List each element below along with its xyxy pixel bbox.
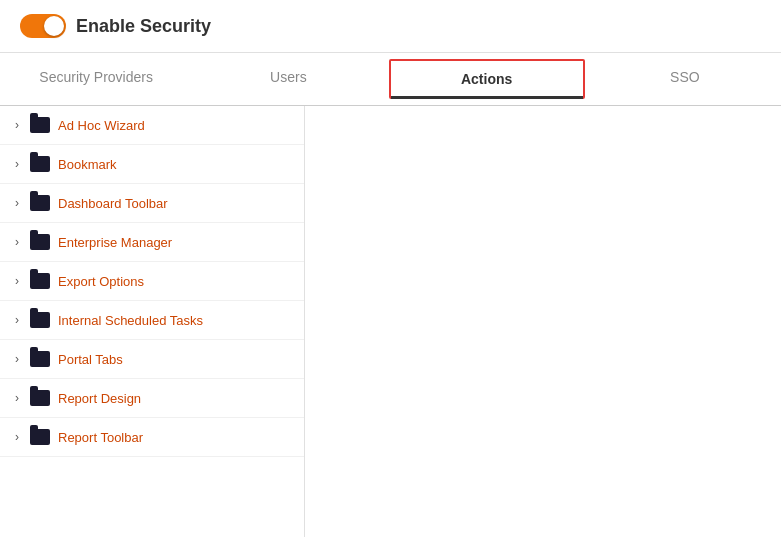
folder-icon <box>30 351 50 367</box>
folder-icon <box>30 312 50 328</box>
item-label: Report Design <box>58 391 141 406</box>
tabs-bar: Security Providers Users Actions SSO <box>0 53 781 106</box>
enable-security-label: Enable Security <box>76 16 211 37</box>
header: Enable Security <box>0 0 781 53</box>
chevron-right-icon: › <box>10 118 24 132</box>
item-label: Export Options <box>58 274 144 289</box>
list-item-internal-scheduled-tasks[interactable]: › Internal Scheduled Tasks <box>0 301 304 340</box>
list-item-bookmark[interactable]: › Bookmark <box>0 145 304 184</box>
chevron-right-icon: › <box>10 313 24 327</box>
list-item-portal-tabs[interactable]: › Portal Tabs <box>0 340 304 379</box>
list-item-dashboard-toolbar[interactable]: › Dashboard Toolbar <box>0 184 304 223</box>
chevron-right-icon: › <box>10 274 24 288</box>
folder-icon <box>30 273 50 289</box>
chevron-right-icon: › <box>10 157 24 171</box>
item-label: Portal Tabs <box>58 352 123 367</box>
detail-panel <box>305 106 781 537</box>
tab-sso[interactable]: SSO <box>589 53 781 105</box>
enable-security-toggle-container: Enable Security <box>20 14 211 38</box>
content-area: › Ad Hoc Wizard › Bookmark › Dashboard T… <box>0 106 781 537</box>
folder-icon <box>30 390 50 406</box>
item-label: Ad Hoc Wizard <box>58 118 145 133</box>
chevron-right-icon: › <box>10 391 24 405</box>
item-label: Bookmark <box>58 157 117 172</box>
list-item-export-options[interactable]: › Export Options <box>0 262 304 301</box>
folder-icon <box>30 429 50 445</box>
chevron-right-icon: › <box>10 352 24 366</box>
list-item-ad-hoc-wizard[interactable]: › Ad Hoc Wizard <box>0 106 304 145</box>
tab-users[interactable]: Users <box>192 53 384 105</box>
chevron-right-icon: › <box>10 196 24 210</box>
folder-icon <box>30 234 50 250</box>
tab-security-providers[interactable]: Security Providers <box>0 53 192 105</box>
chevron-right-icon: › <box>10 430 24 444</box>
tab-actions[interactable]: Actions <box>389 59 585 99</box>
item-label: Internal Scheduled Tasks <box>58 313 203 328</box>
folder-icon <box>30 117 50 133</box>
enable-security-toggle[interactable] <box>20 14 66 38</box>
item-label: Dashboard Toolbar <box>58 196 168 211</box>
item-label: Report Toolbar <box>58 430 143 445</box>
list-item-report-design[interactable]: › Report Design <box>0 379 304 418</box>
toggle-knob <box>44 16 64 36</box>
list-item-enterprise-manager[interactable]: › Enterprise Manager <box>0 223 304 262</box>
folder-icon <box>30 195 50 211</box>
item-label: Enterprise Manager <box>58 235 172 250</box>
folder-icon <box>30 156 50 172</box>
chevron-right-icon: › <box>10 235 24 249</box>
list-item-report-toolbar[interactable]: › Report Toolbar <box>0 418 304 457</box>
actions-list-panel: › Ad Hoc Wizard › Bookmark › Dashboard T… <box>0 106 305 537</box>
